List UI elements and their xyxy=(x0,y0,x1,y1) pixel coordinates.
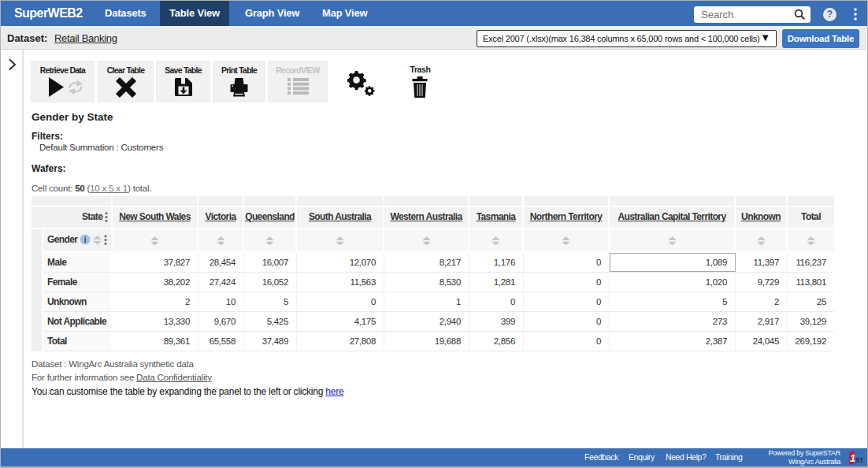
svg-text:ST: ST xyxy=(855,456,863,464)
